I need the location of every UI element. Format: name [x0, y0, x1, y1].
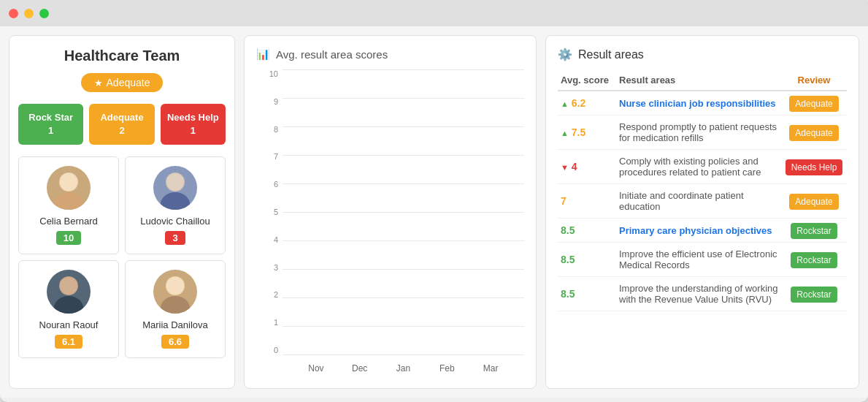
- right-panel: ⚙️ Result areas Avg. score Result areas …: [545, 35, 859, 389]
- review-badge: Adequate: [789, 125, 838, 141]
- badge-cell: Adequate: [781, 115, 847, 150]
- x-label-mar: Mar: [469, 363, 512, 373]
- svg-point-8: [60, 277, 77, 295]
- x-label-dec: Dec: [338, 363, 382, 373]
- y-label-8: 8: [274, 125, 278, 134]
- member-score-celia: 10: [56, 231, 81, 245]
- table-row: 8.5Improve the understanding of working …: [558, 277, 847, 311]
- stat-count: 1: [23, 124, 79, 137]
- review-badge: Rockstar: [791, 223, 837, 239]
- x-label-feb: Feb: [425, 363, 469, 373]
- area-text-cell: Primary care physician objectives: [616, 219, 781, 243]
- badge-cell: Adequate: [781, 91, 847, 115]
- table-row: 8.5Primary care physician objectivesRock…: [558, 219, 847, 243]
- area-text-cell: Respond promptly to patient requests for…: [616, 115, 781, 150]
- member-card-nouran[interactable]: Nouran Raouf 6.1: [18, 260, 119, 358]
- y-label-6: 6: [274, 180, 278, 189]
- badge-cell: Rockstar: [781, 219, 847, 243]
- badge-cell: Rockstar: [781, 277, 847, 311]
- adequate-stat: Adequate 2: [89, 104, 154, 145]
- titlebar: [0, 0, 868, 26]
- table-row: ▲ 7.5Respond promptly to patient request…: [558, 115, 847, 150]
- main-window: Healthcare Team ★ Adequate Rock Star 1 A…: [0, 0, 868, 402]
- review-badge: Adequate: [789, 96, 838, 112]
- y-label-1: 1: [274, 318, 278, 327]
- left-panel: Healthcare Team ★ Adequate Rock Star 1 A…: [9, 35, 235, 389]
- score-cell: 8.5: [558, 243, 616, 277]
- avatar-ludovic: [153, 166, 197, 210]
- overall-badge: ★ Adequate: [81, 73, 164, 92]
- member-name-celia: Celia Bernard: [25, 216, 112, 227]
- table-row: ▲ 6.2Nurse clinician job responsibilitie…: [558, 91, 847, 115]
- col-avg-score: Avg. score: [558, 70, 616, 91]
- member-card-celia[interactable]: Celia Bernard 10: [18, 156, 119, 254]
- score-cell: 7: [558, 184, 616, 219]
- svg-point-1: [54, 192, 83, 210]
- svg-point-11: [166, 277, 184, 295]
- member-score-ludovic: 3: [165, 231, 185, 245]
- y-label-9: 9: [274, 97, 278, 106]
- badge-cell: Adequate: [781, 184, 847, 219]
- review-badge: Rockstar: [791, 252, 837, 268]
- avatar-mariia: [153, 270, 197, 314]
- table-row: 7Initiate and coordinate patient educati…: [558, 184, 847, 219]
- score-cell: ▼ 4: [558, 150, 616, 184]
- stat-label: Rock Star: [23, 111, 79, 124]
- needs-help-stat: Needs Help 1: [161, 104, 226, 145]
- col-result-area: Result areas: [616, 70, 781, 91]
- svg-point-10: [161, 296, 190, 314]
- result-areas-title: ⚙️ Result areas: [558, 48, 847, 61]
- y-label-3: 3: [274, 263, 278, 272]
- badge-cell: Rockstar: [781, 243, 847, 277]
- col-review: Review: [781, 70, 847, 91]
- svg-point-4: [161, 192, 190, 210]
- minimize-button[interactable]: [24, 9, 34, 18]
- middle-panel: 📊 Avg. result area scores 10 9 8 7 6 5 4…: [244, 35, 537, 389]
- avatar-nouran: [47, 270, 91, 314]
- chart-title: 📊 Avg. result area scores: [256, 48, 524, 61]
- member-card-mariia[interactable]: Mariia Danilova 6.6: [125, 260, 226, 358]
- member-score-nouran: 6.1: [55, 335, 82, 349]
- rock-star-stat: Rock Star 1: [18, 104, 83, 145]
- area-text-cell: Improve the understanding of working wit…: [616, 277, 781, 311]
- y-label-10: 10: [269, 69, 278, 78]
- area-text-cell: Nurse clinician job responsibilities: [616, 91, 781, 115]
- result-table: Avg. score Result areas Review ▲ 6.2Nurs…: [558, 70, 847, 311]
- stats-row: Rock Star 1 Adequate 2 Needs Help 1: [18, 104, 226, 145]
- y-label-5: 5: [274, 208, 278, 216]
- member-name-mariia: Mariia Danilova: [131, 319, 219, 330]
- table-row: 8.5Improve the efficient use of Electron…: [558, 243, 847, 277]
- maximize-button[interactable]: [39, 9, 49, 18]
- panel-title: Healthcare Team: [18, 48, 226, 64]
- review-badge: Rockstar: [791, 287, 837, 303]
- close-button[interactable]: [9, 9, 18, 18]
- chart-icon: 📊: [256, 48, 270, 61]
- y-label-4: 4: [274, 235, 278, 244]
- chart-area: 10 9 8 7 6 5 4 3 2 1 0: [256, 69, 524, 376]
- member-card-ludovic[interactable]: Ludovic Chaillou 3: [125, 156, 226, 254]
- star-icon: ★: [94, 77, 103, 88]
- area-text-cell: Initiate and coordinate patient educatio…: [616, 184, 781, 219]
- stat-label: Adequate: [93, 111, 150, 124]
- table-row: ▼ 4Comply with existing policies and pro…: [558, 150, 847, 184]
- svg-point-7: [54, 296, 83, 314]
- score-cell: ▲ 7.5: [558, 115, 616, 150]
- member-score-mariia: 6.6: [161, 335, 189, 349]
- members-grid: Celia Bernard 10 Ludovic Chaillou 3: [18, 156, 226, 358]
- y-label-7: 7: [274, 152, 278, 161]
- member-name-nouran: Nouran Raouf: [25, 319, 112, 330]
- member-name-ludovic: Ludovic Chaillou: [131, 216, 219, 227]
- x-label-jan: Jan: [382, 363, 426, 373]
- review-badge: Needs Help: [786, 159, 843, 175]
- x-label-nov: Nov: [294, 363, 338, 373]
- avatar-celia: [47, 166, 91, 210]
- svg-point-2: [60, 173, 77, 191]
- review-badge: Adequate: [789, 194, 838, 210]
- stat-count: 1: [165, 124, 221, 137]
- content-area: Healthcare Team ★ Adequate Rock Star 1 A…: [0, 26, 868, 398]
- score-cell: ▲ 6.2: [558, 91, 616, 115]
- badge-cell: Needs Help: [781, 150, 847, 184]
- filter-icon: ⚙️: [558, 48, 572, 61]
- area-text-cell: Improve the efficient use of Electronic …: [616, 243, 781, 277]
- svg-point-5: [166, 173, 184, 191]
